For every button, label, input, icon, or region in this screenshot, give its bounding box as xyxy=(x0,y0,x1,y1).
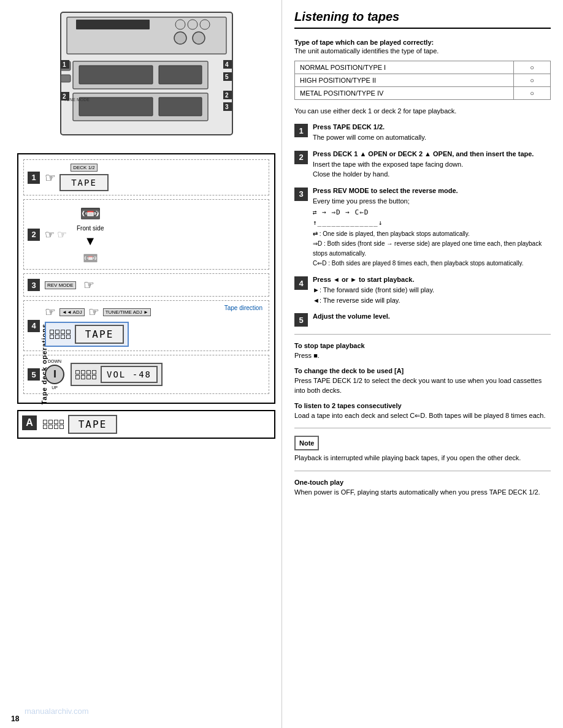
step-num-1: 1 xyxy=(28,172,40,184)
note-section: Note Playback is interrupted while playi… xyxy=(294,436,551,463)
instr-content: Adjust the volume level. xyxy=(313,313,551,327)
step-num-2: 2 xyxy=(28,229,40,241)
instr-title: Press TAPE DECK 1/2. xyxy=(313,123,551,131)
left-panel: Tape deck operations xyxy=(0,0,282,728)
right-panel: Listening to tapes Type of tape which ca… xyxy=(282,0,563,728)
instruction-step: 1 Press TAPE DECK 1/2.The power will com… xyxy=(294,123,551,143)
deck-label: DECK 1/2 xyxy=(71,164,98,172)
step-row-2: 2 ☞ ☞ 📼 Front side ▼ 📼 xyxy=(23,199,269,270)
svg-text:3: 3 xyxy=(225,104,229,110)
instr-title: Press REV MODE to select the reverse mod… xyxy=(313,187,551,194)
legend-item: ⇄ : One side is played, then playback st… xyxy=(313,229,551,239)
instr-content: Press REV MODE to select the reverse mod… xyxy=(313,187,551,269)
instr-num: 3 xyxy=(294,188,308,201)
rewind-btn: ◄◄ ADJ xyxy=(59,308,85,316)
step-4-image: Tape direction ☞ ◄◄ ADJ ☞ TUNE/TIME ADJ … xyxy=(45,305,265,347)
svg-rect-15 xyxy=(61,75,71,82)
rev-mode-diagram2: ↑_____________↓ xyxy=(313,219,551,227)
rev-legend: ⇄ : One side is played, then playback st… xyxy=(313,229,551,268)
svg-rect-2 xyxy=(76,20,150,29)
cassette-icon-down: 📼 xyxy=(83,251,98,265)
section-a-display: TAPE xyxy=(68,415,117,434)
tip-section: To change the deck to be used [A] Press … xyxy=(294,367,551,396)
instr-title: Adjust the volume level. xyxy=(313,313,551,320)
watermark: manualarchiv.com xyxy=(25,707,89,716)
section-a-label: A xyxy=(22,415,37,430)
volume-knob xyxy=(45,365,64,384)
step5-display-box: VOL -48 xyxy=(71,363,163,386)
rev-mode-btn: REV MODE xyxy=(45,281,76,289)
svg-point-5 xyxy=(200,20,210,29)
step-3-image: REV MODE ☞ xyxy=(45,278,265,292)
tape-type: HIGH POSITION/TYPE II xyxy=(295,74,514,87)
tip-title: To listen to 2 tapes consecutively xyxy=(294,402,551,409)
grid-icon-a xyxy=(43,420,64,429)
instr-body: The power will come on automatically. xyxy=(313,132,551,143)
svg-text:4: 4 xyxy=(225,61,229,68)
tape-direction-label: Tape direction xyxy=(224,305,262,311)
instruction-step: 5 Adjust the volume level. xyxy=(294,313,551,327)
divider-3 xyxy=(294,471,551,471)
table-row: HIGH POSITION/TYPE II○ xyxy=(295,74,551,87)
instr-num: 1 xyxy=(294,124,308,137)
step-1-image: ☞ DECK 1/2 TAPE xyxy=(45,164,265,191)
step4-display-box: TAPE xyxy=(45,322,129,347)
svg-text:2: 2 xyxy=(225,92,229,99)
section-a: A TAPE xyxy=(17,410,275,439)
intro-bold: Type of tape which can be played correct… xyxy=(294,39,551,46)
hand-icon-2a: ☞ xyxy=(45,228,55,241)
svg-point-7 xyxy=(193,32,205,44)
divider-1 xyxy=(294,334,551,335)
one-touch-title: One-touch play xyxy=(294,479,551,486)
step-num-5: 5 xyxy=(28,368,40,381)
hand-icon-1: ☞ xyxy=(45,170,56,185)
instr-body: Every time you press the button; xyxy=(313,196,551,207)
instruction-step: 2 Press DECK 1 ▲ OPEN or DECK 2 ▲ OPEN, … xyxy=(294,150,551,180)
one-touch-section: One-touch play When power is OFF, playin… xyxy=(294,479,551,498)
svg-text:5: 5 xyxy=(225,74,229,80)
front-side-label: Front side xyxy=(77,225,104,232)
instr-num: 2 xyxy=(294,151,308,164)
tape-type: METAL POSITION/TYPE IV xyxy=(295,87,514,100)
rev-mode-diagram: ⇄ → ⇒D → C⇐D xyxy=(313,208,551,216)
svg-text:2: 2 xyxy=(63,93,66,100)
tape-type: NORMAL POSITION/TYPE I xyxy=(295,61,514,74)
table-row: NORMAL POSITION/TYPE I○ xyxy=(295,61,551,74)
instr-title: Press ◄ or ► to start playback. xyxy=(313,276,551,283)
tip-section: To stop tape playback Press ■. xyxy=(294,342,551,361)
hand-icon-4b: ☞ xyxy=(88,305,99,319)
hand-icon-4a: ☞ xyxy=(45,305,56,319)
tip-title: To stop tape playback xyxy=(294,342,551,349)
device-svg: TUNE MODE 1 4 5 2 2 3 xyxy=(42,6,251,141)
hand-icon-2b: ☞ xyxy=(57,228,67,241)
tape-symbol: ○ xyxy=(514,87,551,100)
svg-rect-13 xyxy=(159,97,202,116)
page-number: 18 xyxy=(11,715,19,723)
left-content: TUNE MODE 1 4 5 2 2 3 1 xyxy=(17,6,275,439)
instruction-step: 3 Press REV MODE to select the reverse m… xyxy=(294,187,551,269)
svg-rect-10 xyxy=(159,66,202,84)
instr-content: Press ◄ or ► to start playback.►: The fo… xyxy=(313,276,551,305)
instr-content: Press TAPE DECK 1/2.The power will come … xyxy=(313,123,551,143)
step-num-4: 4 xyxy=(28,320,40,332)
step-row-3: 3 REV MODE ☞ xyxy=(23,273,269,297)
tip-body: Press ■. xyxy=(294,351,551,361)
grid-icon-5 xyxy=(75,370,97,379)
svg-text:1: 1 xyxy=(63,61,66,68)
instr-body: ►: The forward side (front side) will pl… xyxy=(313,285,551,305)
note-label: Note xyxy=(294,436,319,450)
instr-title: Press DECK 1 ▲ OPEN or DECK 2 ▲ OPEN, an… xyxy=(313,150,551,157)
instructions-container: 1 Press TAPE DECK 1/2.The power will com… xyxy=(294,123,551,327)
tape-symbol: ○ xyxy=(514,74,551,87)
cassette-icon: 📼 xyxy=(80,203,101,224)
playback-note: You can use either deck 1 or deck 2 for … xyxy=(294,107,551,115)
svg-point-6 xyxy=(174,32,186,44)
divider-2 xyxy=(294,428,551,428)
note-body: Playback is interrupted while playing ba… xyxy=(294,453,551,463)
steps-box: 1 ☞ DECK 1/2 TAPE 2 ☞ xyxy=(17,153,275,404)
step-5-image: DOWN UP xyxy=(45,359,265,390)
svg-rect-12 xyxy=(79,97,153,116)
section-title: Listening to tapes xyxy=(294,10,551,29)
tip-body: Press TAPE DECK 1/2 to select the deck y… xyxy=(294,376,551,396)
step-row-1: 1 ☞ DECK 1/2 TAPE xyxy=(23,159,269,195)
